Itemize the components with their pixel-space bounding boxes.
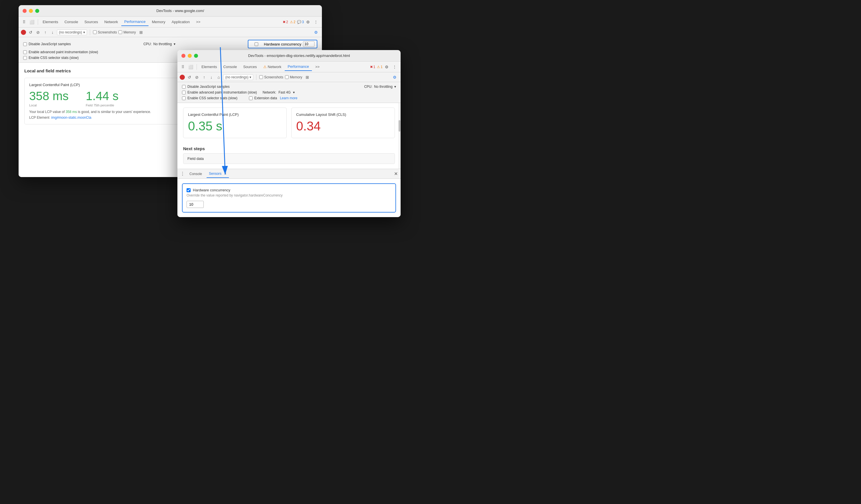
cpu-throttle-group-1: CPU: No throttling ▾ [144,42,175,46]
metrics-row-2: Largest Contentful Paint (LCP) 0.35 s Cu… [183,108,395,143]
scrollbar-2[interactable] [398,103,400,169]
tab-sources-2[interactable]: Sources [240,63,260,71]
memory-check-2[interactable] [285,75,289,79]
options-row-2-2: Enable advanced paint instrumentation (s… [182,89,396,95]
screenshots-check-1[interactable] [93,30,97,34]
hw-concurrency-check-1[interactable] [251,42,262,46]
inspector-icon-2[interactable]: ⠿ [180,64,186,70]
download-icon-2[interactable]: ↓ [209,74,214,81]
panel-menu-icon[interactable]: ⋮ [180,171,185,177]
console-tab-panel[interactable]: Console [187,170,204,178]
options-row-2-1: Disable JavaScript samples CPU: No throt… [182,84,396,89]
screenshots-check-2[interactable] [259,75,263,79]
memory-check-1[interactable] [119,30,122,34]
tab-more[interactable]: >> [193,18,203,26]
tab-application[interactable]: Application [169,18,193,26]
disable-js-check-2[interactable] [182,85,186,89]
screenshots-checkbox-2[interactable]: Screenshots [259,75,283,79]
css-selector-check-2[interactable] [182,96,186,100]
tab-elements[interactable]: Elements [40,18,61,26]
settings-icon-2[interactable]: ⚙ [383,64,390,70]
maximize-button-1[interactable] [35,9,39,13]
css-selector-label-1[interactable]: Enable CSS selector stats (slow) [23,56,79,60]
more-options-icon-1[interactable]: ⋮ [312,18,319,26]
cpu-throttle-group-2: CPU: No throttling ▾ [364,85,396,89]
panel-close-icon[interactable]: ✕ [394,171,398,177]
device-icon[interactable]: ⬜ [28,18,36,26]
stop-button-1[interactable]: ⊘ [35,29,41,35]
lcp-value-2: 0.35 s [188,119,282,133]
tab-elements-2[interactable]: Elements [199,63,220,71]
more-options-icon-2[interactable]: ⋮ [391,64,398,70]
tab-memory[interactable]: Memory [149,18,168,26]
hw-concurrency-check-panel[interactable] [187,188,191,192]
tab-performance[interactable]: Performance [121,18,148,26]
memory-checkbox-1[interactable]: Memory [119,30,136,34]
tab-console-2[interactable]: Console [220,63,240,71]
reload-button-1[interactable]: ↺ [28,29,33,35]
gear-blue-icon-2[interactable]: ⚙ [391,74,398,81]
devtools-window-2: DevTools - emscripten-dbg-stories.netlif… [177,50,400,217]
recordings-dropdown-1[interactable]: (no recordings) ▾ [57,29,87,35]
hw-concurrency-panel: Hardware concurrency Override the value … [182,183,396,212]
options-area-2: Disable JavaScript samples CPU: No throt… [177,82,400,103]
lcp-element-link-1[interactable]: img#moon-static.moonCta [51,115,91,120]
lcp-title-2: Largest Contentful Paint (LCP) [188,112,282,117]
device-icon-2[interactable]: ⬜ [187,64,195,70]
network-dropdown-icon-2[interactable]: ▾ [293,90,295,94]
hw-concurrency-input-1[interactable] [303,41,314,47]
memory-checkbox-2[interactable]: Memory [285,75,302,79]
minimize-button-1[interactable] [29,9,33,13]
tab-network-2[interactable]: ⚠ Network [260,63,284,71]
memory-icon-1[interactable]: ⊞ [138,29,145,36]
advanced-paint-check-1[interactable] [23,50,27,54]
screenshots-checkbox-1[interactable]: Screenshots [93,30,117,34]
close-button-1[interactable] [23,9,27,13]
disable-js-check-1[interactable] [23,42,27,46]
upload-icon-2[interactable]: ↑ [202,74,207,81]
record-button-2[interactable] [180,75,185,80]
disable-js-label-1[interactable]: Disable JavaScript samples [23,42,71,46]
disable-js-label-2[interactable]: Disable JavaScript samples [182,85,230,89]
cpu-dropdown-icon-1[interactable]: ▾ [174,42,175,46]
tab-bar-2: ⠿ ⬜ Elements Console Sources ⚠ Network P… [177,61,400,72]
minimize-button-2[interactable] [188,54,192,58]
tab-network[interactable]: Network [101,18,121,26]
css-selector-check-1[interactable] [23,56,27,60]
sensors-content: Hardware concurrency Override the value … [177,179,400,217]
advanced-paint-label-2[interactable]: Enable advanced paint instrumentation (s… [182,90,257,94]
badges-1: ✖ 2 ⚠ 2 💬 3 [283,20,304,24]
stop-button-2[interactable]: ⊘ [194,74,200,80]
record-button-1[interactable] [21,30,26,35]
lcp-local-value-1: 358 ms Local [29,89,69,107]
close-button-2[interactable] [181,54,186,58]
sensors-tab-close[interactable]: ✕ [224,172,227,176]
settings-icon-1[interactable]: ⚙ [304,18,312,26]
home-icon-2[interactable]: ⌂ [216,74,221,81]
learn-more-link-2[interactable]: Learn more [280,96,297,100]
tab-console[interactable]: Console [62,18,81,26]
highlight-358ms: 358 ms [66,110,77,114]
scroll-thumb-2[interactable] [399,120,400,131]
extension-data-check-2[interactable] [249,96,253,100]
reload-button-2[interactable]: ↺ [187,74,192,80]
sensors-tab-panel[interactable]: Sensors ✕ [207,170,229,178]
download-icon-1[interactable]: ↓ [50,29,55,36]
hw-panel-input[interactable] [187,201,204,208]
css-selector-label-2[interactable]: Enable CSS selector stats (slow) [182,96,237,100]
advanced-paint-check-2[interactable] [182,91,186,94]
gear-blue-icon-1[interactable]: ⚙ [313,29,319,36]
error-badge-1: ✖ 2 [283,20,288,24]
recordings-dropdown-2[interactable]: (no recordings) ▾ [223,74,253,80]
advanced-paint-label-1[interactable]: Enable advanced paint instrumentation (s… [23,50,98,54]
upload-icon-1[interactable]: ↑ [43,29,48,36]
tab-sources[interactable]: Sources [82,18,101,26]
cpu-dropdown-icon-2[interactable]: ▾ [394,85,396,89]
tab-performance-2[interactable]: Performance [285,62,312,71]
info-badge-1: 💬 3 [297,20,304,24]
maximize-button-2[interactable] [194,54,198,58]
inspector-icon[interactable]: ⠿ [21,18,27,26]
memory-icon-2[interactable]: ⊞ [304,74,311,81]
tab-more-2[interactable]: >> [313,63,323,71]
perf-content-2: Largest Contentful Paint (LCP) 0.35 s Cu… [177,103,400,169]
